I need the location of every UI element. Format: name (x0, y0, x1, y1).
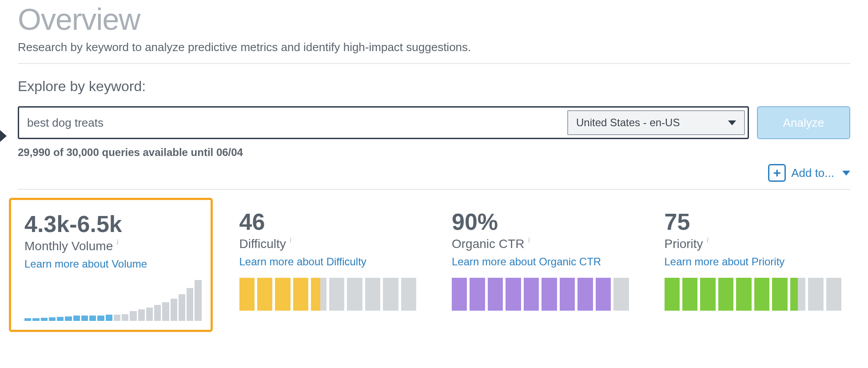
metric-card-organic-ctr: 90% Organic CTR i Learn more about Organ… (443, 198, 638, 332)
priority-label: Priority (665, 237, 703, 251)
chevron-down-icon (842, 171, 850, 176)
info-icon[interactable]: i (707, 236, 709, 244)
volume-trend-chart (24, 280, 202, 321)
page-subtitle: Research by keyword to analyze predictiv… (18, 40, 850, 64)
organic-ctr-value: 90% (452, 210, 629, 233)
organic-ctr-label: Organic CTR (452, 237, 524, 251)
query-quota-text: 29,990 of 30,000 queries available until… (18, 146, 850, 159)
priority-value: 75 (665, 210, 842, 233)
add-to-label: Add to... (791, 166, 834, 180)
volume-learn-link[interactable]: Learn more about Volume (24, 258, 147, 270)
priority-segments (665, 278, 842, 311)
page-title: Overview (18, 4, 850, 35)
keyword-input-wrap: United States - en-US (18, 106, 749, 139)
volume-label: Monthly Volume (24, 239, 113, 253)
info-icon[interactable]: i (290, 236, 291, 244)
locale-select[interactable]: United States - en-US (567, 110, 745, 135)
keyword-input[interactable] (19, 108, 567, 138)
chevron-down-icon (728, 120, 736, 125)
info-icon[interactable]: i (528, 236, 530, 244)
info-icon[interactable]: i (116, 238, 118, 246)
add-to-button[interactable]: + Add to... (768, 164, 850, 182)
plus-icon: + (768, 164, 786, 182)
locale-selected-label: United States - en-US (576, 116, 680, 129)
analyze-button[interactable]: Analyze (757, 106, 850, 139)
metric-card-volume: 4.3k-6.5k Monthly Volume i Learn more ab… (9, 198, 213, 332)
organic-ctr-segments (452, 278, 629, 311)
difficulty-value: 46 (239, 210, 417, 233)
difficulty-label: Difficulty (239, 237, 286, 251)
explore-label: Explore by keyword: (18, 78, 850, 95)
volume-value: 4.3k-6.5k (24, 212, 202, 236)
priority-learn-link[interactable]: Learn more about Priority (665, 256, 785, 268)
pointer-arrow-icon (0, 129, 7, 143)
difficulty-learn-link[interactable]: Learn more about Difficulty (239, 256, 366, 268)
metric-card-difficulty: 46 Difficulty i Learn more about Difficu… (231, 198, 426, 332)
metric-card-priority: 75 Priority i Learn more about Priority (656, 198, 851, 332)
organic-ctr-learn-link[interactable]: Learn more about Organic CTR (452, 256, 601, 268)
difficulty-segments (239, 278, 417, 311)
